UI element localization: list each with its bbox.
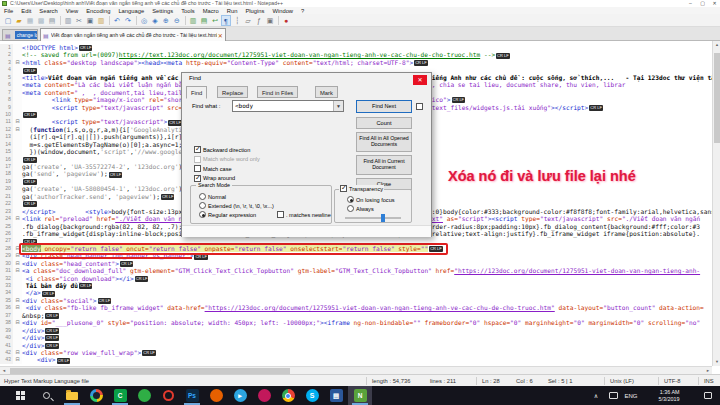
code-line-35[interactable]: 35⊟<div class="social">CR LF [0, 297, 712, 304]
fold-marker-icon[interactable]: ⊟ [13, 319, 22, 326]
menu-window[interactable]: Window [268, 8, 297, 14]
tab-find[interactable]: Find [186, 86, 207, 99]
skype-icon[interactable]: S [300, 386, 324, 405]
fold-marker-icon[interactable]: ⊟ [13, 118, 22, 125]
transparency-always-radio[interactable]: Always [347, 205, 374, 212]
coccoc-icon[interactable] [132, 386, 156, 405]
fold-marker-icon[interactable]: ⊟ [13, 356, 22, 363]
menu-[interactable]: ? [297, 8, 308, 14]
search-mode-normal-radio[interactable]: Normal [199, 193, 226, 200]
fold-marker-icon[interactable]: ⊟ [13, 304, 22, 311]
code-line-33[interactable]: 33 Tải bản đầy đủCR LF [0, 282, 712, 289]
menu-run[interactable]: Run [223, 8, 242, 14]
transparency-checkbox[interactable]: Transparency [339, 185, 384, 192]
code-line-32[interactable]: 32 <i class="icon_download"></i>CR LF [0, 275, 712, 282]
tab-active-document[interactable]: ▤ Viết đoạn văn ngắn tiếng anh về các ch… [40, 28, 226, 41]
print-icon[interactable]: ▥ [63, 15, 73, 26]
indent-guide-icon[interactable]: ┆ [232, 15, 242, 26]
red-app-icon[interactable] [252, 386, 276, 405]
menu-tools[interactable]: Tools [177, 8, 199, 14]
code-line-41[interactable]: 41</div>CR LF [0, 342, 712, 349]
search-mode-regex-radio[interactable]: Regular expression [199, 211, 256, 218]
network-icon[interactable] [606, 386, 620, 405]
chrome-icon[interactable] [276, 386, 300, 405]
code-line-30[interactable]: 30⊟<div class="head_content">CR LF [0, 260, 712, 267]
menu-settings[interactable]: Settings [148, 8, 177, 14]
tab-close-icon[interactable]: ✕ [218, 32, 223, 39]
photoshop-icon[interactable]: Ps [180, 386, 204, 405]
fold-marker-icon[interactable]: ⊟ [13, 126, 22, 133]
save-all-icon[interactable]: ▩ [36, 15, 46, 26]
code-line-39[interactable]: 39</div>CR LF [0, 327, 712, 334]
transparency-on-losing-focus-radio[interactable]: On losing focus [347, 196, 395, 203]
show-all-chars-icon[interactable]: ¶ [221, 15, 231, 26]
menu-language[interactable]: Language [114, 8, 148, 14]
in-selection-checkbox[interactable] [416, 103, 423, 110]
match-case-checkbox[interactable]: Match case [194, 165, 232, 172]
code-line-36[interactable]: 36⊟ <div class="fb-like fb_iframe_widget… [0, 304, 712, 311]
copy-icon[interactable]: ▣ [85, 15, 95, 26]
save-icon[interactable]: ▦ [25, 15, 35, 26]
code-line-34[interactable]: 34 </a>CR LF [0, 289, 712, 296]
sync-horizontal-icon[interactable]: ▤ [199, 15, 209, 26]
action-center-icon[interactable] [700, 386, 716, 405]
undo-icon[interactable]: ↶ [112, 15, 122, 26]
transparency-slider[interactable] [345, 217, 401, 219]
scroll-up-icon[interactable]: ▲ [713, 41, 720, 49]
file-explorer-icon[interactable] [60, 386, 84, 405]
notepadpp-icon[interactable]: N [348, 386, 372, 405]
code-line-3[interactable]: 3⊟<html class="desktop landscape"><head>… [0, 59, 712, 66]
find-dialog-close-icon[interactable]: ✕ [413, 75, 427, 85]
search-mode-extended-radio[interactable]: Extended (\n, \r, \t, \0, \x...) [199, 202, 274, 209]
new-file-icon[interactable]: ▢ [3, 15, 13, 26]
code-line-40[interactable]: 40</div>CR LF [0, 334, 712, 341]
transparency-slider-thumb[interactable] [381, 214, 385, 222]
menu-macro[interactable]: Macro [199, 8, 223, 14]
menu-encoding[interactable]: Encoding [82, 8, 114, 14]
opera-icon[interactable] [156, 386, 180, 405]
vertical-scrollbar[interactable]: ▲ ▼ [712, 41, 720, 366]
language-indicator[interactable]: ENG [622, 386, 640, 405]
record-macro-icon[interactable]: ● [281, 15, 291, 26]
vertical-scroll-thumb[interactable] [714, 53, 720, 143]
doc-map-icon[interactable]: ▱ [243, 15, 253, 26]
tab-replace[interactable]: Replace [217, 86, 248, 98]
backward-direction-checkbox[interactable]: Backward direction [194, 146, 250, 153]
clock[interactable]: 1:36 AM 5/3/2019 [644, 386, 694, 405]
fold-marker-icon[interactable]: ⊟ [13, 267, 22, 274]
code-line-1[interactable]: 1<!DOCTYPE html>CR LF [0, 44, 712, 51]
chevron-down-icon[interactable]: ▼ [333, 101, 343, 111]
menu-plugins[interactable]: Plugins [241, 8, 268, 14]
find-all-opened-button[interactable]: Find All in All Opened Documents [356, 132, 412, 152]
matches-newline-checkbox[interactable]: . matches newline [277, 211, 331, 218]
maximize-button[interactable]: ▢ [697, 0, 708, 7]
camtasia-icon[interactable]: C [108, 386, 132, 405]
zoom-in-icon[interactable]: ⊕ [161, 15, 171, 26]
fold-marker-icon[interactable]: ⊟ [13, 59, 22, 66]
search-button[interactable] [34, 386, 58, 405]
tab-change-log[interactable]: ▤ change log [2, 29, 38, 41]
fold-marker-icon[interactable]: ⊟ [13, 349, 22, 356]
tab-mark[interactable]: Mark [315, 86, 338, 98]
menu-file[interactable]: File [0, 8, 17, 14]
menu-search[interactable]: Search [35, 8, 61, 14]
redo-icon[interactable]: ↷ [123, 15, 133, 26]
zoom-out-icon[interactable]: ⊖ [172, 15, 182, 26]
fold-marker-icon[interactable]: ⊟ [13, 297, 22, 304]
find-all-current-button[interactable]: Find All in Current Document [356, 155, 412, 175]
function-list-icon[interactable]: ƒ [254, 15, 264, 26]
code-line-42[interactable]: 42⊟<div class="row view_full_wrap">CR LF [0, 349, 712, 356]
close-doc-icon[interactable]: ▤ [47, 15, 57, 26]
code-line-43[interactable]: 43⊟ <div>CR LF [0, 356, 712, 363]
fold-marker-icon[interactable]: ⊟ [13, 215, 22, 222]
sync-vertical-icon[interactable]: ▥ [188, 15, 198, 26]
menu-edit[interactable]: Edit [17, 8, 35, 14]
fold-marker-icon[interactable]: ⊟ [13, 260, 22, 267]
find-next-button[interactable]: Find Next [356, 100, 412, 113]
count-button[interactable]: Count [356, 117, 412, 129]
horizontal-scrollbar[interactable]: ◄ ► [0, 366, 712, 374]
word-wrap-icon[interactable]: ↩ [210, 15, 220, 26]
tab-find-in-files[interactable]: Find in Files [257, 86, 298, 98]
find-dialog-titlebar[interactable]: Find ✕ [182, 73, 431, 85]
find-what-input[interactable]: <body ▼ [232, 100, 344, 112]
